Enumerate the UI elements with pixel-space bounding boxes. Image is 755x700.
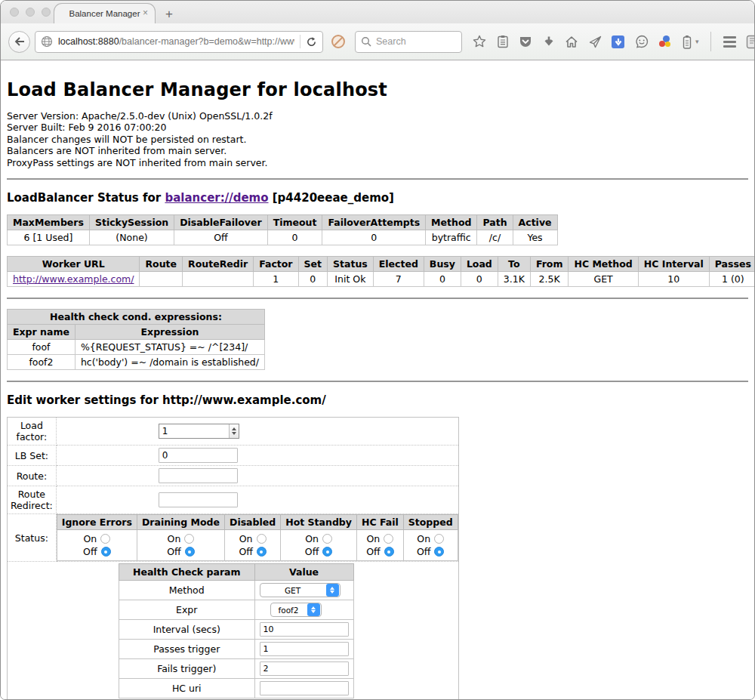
stopped-off-radio[interactable] [434, 547, 444, 557]
expr-label: Expr [119, 600, 255, 620]
server-info: Server Version: Apache/2.5.0-dev (Unix) … [7, 110, 748, 168]
downloads-button[interactable] [543, 35, 555, 48]
route-redirect-input[interactable] [159, 492, 238, 507]
table-header-row: Worker URL Route RouteRedir Factor Set S… [8, 257, 755, 272]
pocket-button[interactable] [519, 35, 532, 48]
menu-button[interactable] [723, 36, 736, 48]
ignore-errors-on-radio[interactable] [100, 534, 110, 544]
colored-dots-extension-button[interactable] [658, 35, 672, 48]
loadbalancer-status-heading: LoadBalancer Status for balancer://demo … [7, 191, 748, 205]
route-label: Route: [8, 466, 57, 486]
expr-row: Expr foof2 [119, 600, 354, 620]
method-row: Method GET [119, 581, 354, 600]
balancer-inherit-line: Balancers are NOT inherited from main se… [7, 145, 748, 156]
load-factor-label: Load factor: [8, 418, 57, 446]
close-window-button[interactable] [10, 8, 19, 17]
tab-grid-extension-button[interactable] [746, 35, 755, 49]
hc-uri-row: HC uri [119, 679, 354, 698]
toolbar-separator [710, 32, 711, 51]
overflow-caret-icon[interactable]: ▾ [695, 38, 699, 45]
status-radio-row: On Off On Off On Off [57, 530, 458, 561]
hc-fail-off-radio[interactable] [384, 547, 394, 557]
star-icon [473, 35, 486, 48]
disabled-off-radio[interactable] [257, 547, 267, 557]
white-down-arrow-icon [615, 38, 622, 46]
method-label: Method [119, 581, 255, 600]
tab-close-icon[interactable]: × [143, 8, 148, 18]
extension-download-button[interactable] [612, 35, 624, 48]
load-factor-input[interactable]: 1 [159, 424, 239, 439]
page-title: Load Balancer Manager for localhost [7, 60, 748, 100]
blocked-content-button[interactable] [331, 34, 346, 49]
draining-mode-off-radio[interactable] [185, 547, 195, 557]
home-button[interactable] [565, 35, 578, 48]
balancer-status-table: MaxMembers StickySession DisableFailover… [7, 214, 558, 245]
lb-set-input[interactable] [159, 448, 238, 463]
url-text[interactable]: localhost:8880/balancer-manager?b=demo&w… [58, 36, 294, 47]
select-stepper-icon [307, 603, 320, 616]
worker-url-link[interactable]: http://www.example.com/ [13, 273, 134, 285]
ignore-errors-off-radio[interactable] [101, 547, 111, 557]
bookmark-star-button[interactable] [473, 35, 486, 48]
table-row: http://www.example.com/ 1 0 Init Ok 7 0 … [8, 272, 755, 287]
globe-icon[interactable] [41, 35, 53, 48]
url-bar[interactable]: localhost:8880/balancer-manager?b=demo&w… [35, 31, 323, 53]
new-tab-button[interactable]: + [161, 7, 177, 22]
divider [7, 178, 748, 180]
minimize-window-button[interactable] [26, 8, 35, 17]
server-version-line: Server Version: Apache/2.5.0-dev (Unix) … [7, 110, 748, 122]
feedback-smiley-button[interactable] [635, 35, 649, 48]
grid-icon [746, 35, 755, 49]
send-tab-button[interactable] [589, 35, 602, 48]
zoom-window-button[interactable] [42, 8, 51, 17]
table-row: 6 [1 Used] (None) Off 0 0 bytraffic /c/ … [8, 230, 558, 245]
reload-icon[interactable] [306, 36, 317, 48]
home-icon [565, 35, 578, 48]
draining-mode-cell: On Off [137, 530, 224, 561]
interval-input[interactable] [260, 622, 349, 637]
search-placeholder: Search [376, 36, 406, 47]
lb-set-label: LB Set: [8, 446, 57, 466]
stopped-cell: On Off [403, 530, 458, 561]
clipboard-icon [497, 35, 509, 48]
tab-bar: Balancer Manager × + [1, 1, 754, 23]
pocket-icon [519, 35, 532, 48]
edit-worker-settings-heading: Edit worker settings for http://www.exam… [7, 393, 748, 407]
health-check-expressions-table: Health check cond. expressions: Expr nam… [7, 309, 265, 370]
search-field[interactable]: Search [355, 31, 462, 53]
battery-extension-button[interactable] [683, 35, 692, 49]
passes-input[interactable] [260, 642, 349, 656]
stopped-on-radio[interactable] [434, 534, 444, 544]
proxypass-inherit-line: ProxyPass settings are NOT inherited fro… [7, 157, 748, 168]
navigation-toolbar: localhost:8880/balancer-manager?b=demo&w… [1, 23, 754, 60]
window-controls [10, 8, 51, 17]
hot-standby-on-radio[interactable] [322, 534, 332, 544]
hot-standby-cell: On Off [281, 530, 357, 561]
fails-input[interactable] [260, 661, 349, 676]
worker-status-table: Worker URL Route RouteRedir Factor Set S… [7, 256, 755, 287]
health-check-params-table: Health Check param Value Method GET [119, 563, 354, 698]
draining-mode-on-radio[interactable] [184, 534, 194, 544]
battery-icon [683, 35, 692, 49]
balancer-demo-link[interactable]: balancer://demo [165, 191, 268, 205]
hc-fail-on-radio[interactable] [384, 534, 393, 544]
blocked-circle-icon [331, 34, 346, 49]
back-button[interactable] [8, 31, 30, 53]
method-select[interactable]: GET [260, 583, 341, 597]
table-header-row: Expr name Expression [8, 325, 265, 340]
hot-standby-off-radio[interactable] [322, 547, 332, 557]
status-row: Status: Ignore Errors Draining Mode Disa… [8, 514, 459, 562]
hc-uri-input[interactable] [260, 681, 349, 695]
ignore-errors-cell: On Off [57, 530, 137, 561]
paper-plane-icon [589, 35, 602, 48]
divider [7, 298, 748, 299]
expr-select[interactable]: foof2 [270, 603, 322, 617]
server-built-line: Server Built: Feb 9 2016 07:00:20 [7, 122, 748, 133]
reading-list-button[interactable] [497, 35, 509, 48]
tab-balancer-manager[interactable]: Balancer Manager × [54, 3, 156, 23]
number-spinner-icon[interactable] [229, 424, 239, 438]
page-content: Load Balancer Manager for localhost Serv… [1, 60, 754, 700]
health-check-params-row: Health Check param Value Method GET [8, 562, 459, 700]
disabled-on-radio[interactable] [257, 534, 267, 544]
route-input[interactable] [159, 468, 238, 483]
